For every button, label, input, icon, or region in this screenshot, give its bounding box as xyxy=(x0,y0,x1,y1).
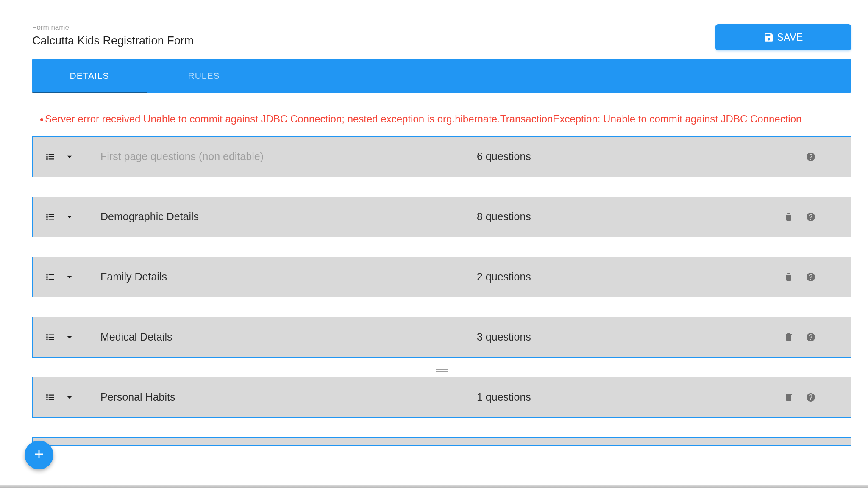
help-icon[interactable] xyxy=(806,392,816,402)
error-message: Server error received Unable to commit a… xyxy=(49,111,851,128)
plus-icon xyxy=(32,447,46,463)
chevron-down-icon[interactable] xyxy=(64,211,75,222)
section-actions xyxy=(784,272,816,282)
header-row: Form name SAVE xyxy=(32,23,851,50)
section-left: Demographic Details xyxy=(45,211,477,223)
add-section-fab[interactable] xyxy=(25,441,53,469)
chevron-down-icon[interactable] xyxy=(64,392,75,403)
help-icon[interactable] xyxy=(806,212,816,222)
section-question-count: 6 questions xyxy=(477,150,806,163)
error-block: Server error received Unable to commit a… xyxy=(49,111,851,128)
save-button-label: SAVE xyxy=(777,32,803,43)
help-icon[interactable] xyxy=(806,272,816,282)
list-icon[interactable] xyxy=(45,211,56,222)
chevron-down-icon[interactable] xyxy=(64,272,75,283)
section-card[interactable]: First page questions (non editable)6 que… xyxy=(32,136,851,177)
delete-icon[interactable] xyxy=(784,212,794,222)
section-question-count: 3 questions xyxy=(477,331,784,343)
section-title: Demographic Details xyxy=(100,211,199,223)
section-actions xyxy=(784,392,816,402)
tab-bar: DETAILS RULES xyxy=(32,59,851,93)
section-title: Personal Habits xyxy=(100,391,175,403)
section-left: Family Details xyxy=(45,271,477,283)
tab-label: DETAILS xyxy=(70,71,109,81)
section-actions xyxy=(806,152,816,162)
section-left: Personal Habits xyxy=(45,391,477,403)
main-content: Form name SAVE DETAILS RULES Server erro… xyxy=(15,0,868,446)
section-card[interactable]: Demographic Details8 questions xyxy=(32,197,851,237)
delete-icon[interactable] xyxy=(784,272,794,282)
section-title: First page questions (non editable) xyxy=(100,150,264,163)
section-card[interactable]: Family Details2 questions xyxy=(32,257,851,297)
section-question-count: 8 questions xyxy=(477,211,784,223)
bottom-shadow xyxy=(0,485,868,488)
help-icon[interactable] xyxy=(806,152,816,162)
section-actions xyxy=(784,212,816,222)
form-name-field-block: Form name xyxy=(32,23,371,50)
list-icon[interactable] xyxy=(45,392,56,403)
save-button[interactable]: SAVE xyxy=(715,24,851,50)
section-list: First page questions (non editable)6 que… xyxy=(32,136,851,446)
chevron-down-icon[interactable] xyxy=(64,332,75,343)
help-icon[interactable] xyxy=(806,332,816,342)
section-title: Medical Details xyxy=(100,331,172,343)
delete-icon[interactable] xyxy=(784,332,794,342)
section-actions xyxy=(784,332,816,342)
list-icon[interactable] xyxy=(45,272,56,283)
tab-rules[interactable]: RULES xyxy=(147,59,261,93)
drag-handle-icon[interactable] xyxy=(436,369,448,372)
list-icon[interactable] xyxy=(45,151,56,162)
section-left: Medical Details xyxy=(45,331,477,343)
section-question-count: 2 questions xyxy=(477,271,784,283)
list-icon[interactable] xyxy=(45,332,56,343)
save-icon xyxy=(763,32,774,43)
section-left: First page questions (non editable) xyxy=(45,150,477,163)
section-title: Family Details xyxy=(100,271,167,283)
tab-details[interactable]: DETAILS xyxy=(32,59,147,93)
section-card[interactable]: Personal Habits1 questions xyxy=(32,377,851,418)
section-question-count: 1 questions xyxy=(477,391,784,403)
form-name-label: Form name xyxy=(32,23,371,32)
section-card[interactable] xyxy=(32,437,851,446)
delete-icon[interactable] xyxy=(784,392,794,402)
section-card[interactable]: Medical Details3 questions xyxy=(32,317,851,358)
form-name-input[interactable] xyxy=(32,34,371,50)
chevron-down-icon[interactable] xyxy=(64,151,75,162)
tab-label: RULES xyxy=(188,71,220,81)
